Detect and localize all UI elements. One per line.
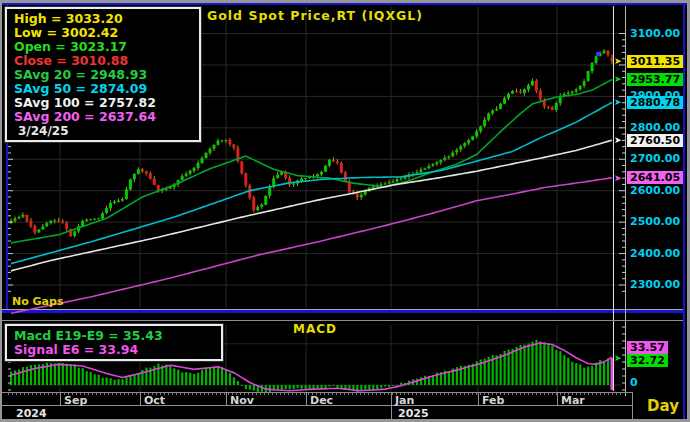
month-label-sep: Sep bbox=[64, 394, 87, 407]
month-separator bbox=[306, 392, 307, 405]
badge-arrow: ➤ bbox=[614, 75, 622, 84]
legend-row-high: High = 3033.20 bbox=[14, 12, 192, 26]
price-axis-label-3100: 3100.00 bbox=[630, 28, 680, 40]
ma-badge-savg-200: 2641.05 bbox=[627, 171, 683, 184]
price-axis-label-2600: 2600.00 bbox=[630, 185, 680, 197]
price-axis-label-2800: 2800.00 bbox=[630, 122, 680, 134]
ma-badge-savg-20: 2953.77 bbox=[627, 73, 683, 86]
interval-day-label: Day bbox=[640, 397, 686, 415]
macd-zero-label: 0 bbox=[630, 377, 638, 389]
chart-window: Gold Spot Price,RT (IQXGL) MACD No Gaps … bbox=[0, 0, 690, 422]
month-separator bbox=[60, 392, 61, 405]
badge-arrow: ➤ bbox=[614, 57, 622, 66]
legend-row-savg-20: SAvg 20 = 2948.93 bbox=[14, 68, 192, 82]
legend-row-close: Close = 3010.88 bbox=[14, 54, 192, 68]
price-legend-box: High = 3033.20Low = 3002.42Open = 3023.1… bbox=[5, 7, 201, 142]
badge-arrow: ➤ bbox=[614, 98, 622, 107]
month-separator bbox=[391, 392, 392, 405]
badge-arrow: ➤ bbox=[614, 136, 622, 145]
legend-row-low: Low = 3002.42 bbox=[14, 26, 192, 40]
last-price-badge: 3011.35 bbox=[627, 55, 683, 68]
year-separator bbox=[391, 405, 392, 419]
legend-row-savg-100: SAvg 100 = 2757.82 bbox=[14, 96, 192, 110]
month-separator bbox=[478, 392, 479, 405]
month-label-feb: Feb bbox=[482, 394, 504, 407]
macd-legend-rows: Macd E19-E9 = 35.43Signal E6 = 33.94 bbox=[14, 329, 214, 357]
year-label-2024: 2024 bbox=[16, 407, 47, 420]
date-row-end-sep bbox=[632, 392, 633, 419]
month-label-mar: Mar bbox=[561, 394, 585, 407]
macd-value-badge: 32.72 bbox=[627, 354, 668, 367]
month-label-jan: Jan bbox=[395, 394, 414, 407]
legend-row-savg-200: SAvg 200 = 2637.64 bbox=[14, 110, 192, 124]
month-separator bbox=[557, 392, 558, 405]
year-label-2025: 2025 bbox=[398, 407, 429, 420]
badge-arrow: ➤ bbox=[614, 174, 622, 183]
price-axis-label-2700: 2700.00 bbox=[630, 153, 680, 165]
ma-badge-savg-100: 2760.50 bbox=[627, 134, 683, 147]
badge-arrow: ➤ bbox=[614, 354, 622, 363]
legend-row-savg-50: SAvg 50 = 2874.09 bbox=[14, 82, 192, 96]
month-separator bbox=[226, 392, 227, 405]
macd-signal-badge: 33.57 bbox=[627, 341, 668, 354]
no-gaps-label: No Gaps bbox=[12, 295, 63, 308]
price-marker-dot bbox=[596, 52, 600, 56]
macd-legend-box: Macd E19-E9 = 35.43Signal E6 = 33.94 bbox=[5, 324, 223, 361]
month-label-oct: Oct bbox=[144, 394, 165, 407]
ma-badge-savg-50: 2880.78 bbox=[627, 96, 683, 109]
price-axis-label-2500: 2500.00 bbox=[630, 216, 680, 228]
price-axis-label-2400: 2400.00 bbox=[630, 248, 680, 260]
legend-row-open: Open = 3023.17 bbox=[14, 40, 192, 54]
price-legend-rows: High = 3033.20Low = 3002.42Open = 3023.1… bbox=[14, 12, 192, 124]
legend-row-macd-e19-e9: Macd E19-E9 = 35.43 bbox=[14, 329, 214, 343]
legend-date: 3/24/25 bbox=[14, 124, 192, 138]
month-label-dec: Dec bbox=[310, 394, 333, 407]
date-row-top-line bbox=[2, 392, 632, 393]
macd-panel-top-line bbox=[2, 320, 683, 321]
month-separator bbox=[140, 392, 141, 405]
price-axis-label-2300: 2300.00 bbox=[630, 279, 680, 291]
month-label-nov: Nov bbox=[230, 394, 254, 407]
legend-row-signal-e6: Signal E6 = 33.94 bbox=[14, 343, 214, 357]
